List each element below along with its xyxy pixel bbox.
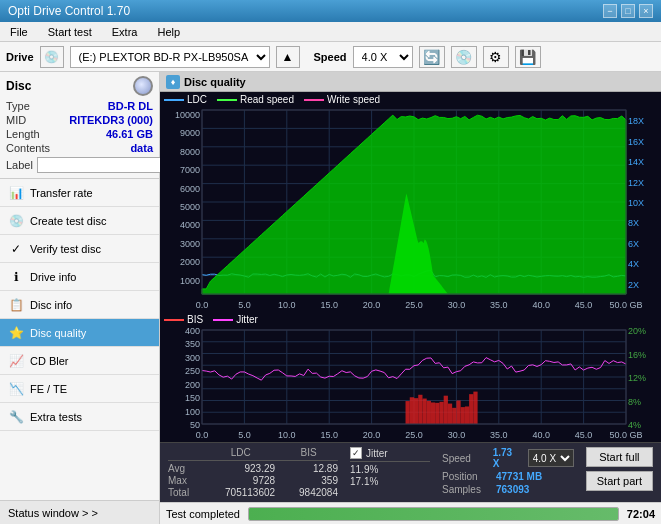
jitter-avg-val: 11.9% [350, 464, 430, 475]
disc-quality-icon: ⭐ [8, 325, 24, 341]
cd-bler-icon: 📈 [8, 353, 24, 369]
nav-verify-test-disc[interactable]: ✓ Verify test disc [0, 235, 159, 263]
upper-chart-legend: LDC Read speed Write speed [164, 94, 380, 105]
disc-icon [133, 76, 153, 96]
speed-row: Speed 1.73 X 4.0 X 2.0 X 6.0 X [442, 447, 574, 469]
ldc-bis-empty [168, 447, 202, 458]
speed-label: Speed [442, 453, 489, 464]
upper-chart-canvas [160, 92, 661, 312]
create-test-disc-icon: 💿 [8, 213, 24, 229]
save-button[interactable]: 💾 [515, 46, 541, 68]
nav-disc-info-label: Disc info [30, 299, 72, 311]
disc-header: Disc [6, 76, 153, 96]
total-ldc-val: 705113602 [206, 487, 275, 498]
nav-verify-test-disc-label: Verify test disc [30, 243, 101, 255]
menu-file[interactable]: File [4, 24, 34, 40]
status-window-button[interactable]: Status window > > [0, 500, 159, 524]
nav-drive-info-label: Drive info [30, 271, 76, 283]
speed-pos-section: Speed 1.73 X 4.0 X 2.0 X 6.0 X Position … [442, 447, 574, 495]
nav-transfer-rate[interactable]: 📊 Transfer rate [0, 179, 159, 207]
nav-cd-bler-label: CD Bler [30, 355, 69, 367]
disc-length-val: 46.61 GB [106, 128, 153, 140]
lower-chart: BIS Jitter [160, 312, 661, 442]
chart-title: Disc quality [184, 76, 246, 88]
cd-icon-button[interactable]: 💿 [451, 46, 477, 68]
jitter-label: Jitter [366, 448, 388, 459]
total-row-label: Total [168, 487, 202, 498]
lower-chart-legend: BIS Jitter [164, 314, 258, 325]
avg-row-label: Avg [168, 463, 202, 474]
nav-cd-bler[interactable]: 📈 CD Bler [0, 347, 159, 375]
charts-area: LDC Read speed Write speed [160, 92, 661, 442]
nav-fe-te[interactable]: 📉 FE / TE [0, 375, 159, 403]
legend-write-speed-color [304, 99, 324, 101]
extra-tests-icon: 🔧 [8, 409, 24, 425]
max-bis-val: 359 [279, 475, 338, 486]
legend-read-speed-label: Read speed [240, 94, 294, 105]
drive-select[interactable]: (E:) PLEXTOR BD-R PX-LB950SA 1.06 [70, 46, 270, 68]
samples-val: 763093 [496, 484, 529, 495]
legend-jitter-color [213, 319, 233, 321]
eject-button[interactable]: ▲ [276, 46, 300, 68]
content-area: ♦ Disc quality LDC Read speed [160, 72, 661, 524]
action-buttons: Start full Start part [586, 447, 653, 491]
title-bar: Opti Drive Control 1.70 − □ × [0, 0, 661, 22]
time-display: 72:04 [627, 508, 655, 520]
fe-te-icon: 📉 [8, 381, 24, 397]
nav-items: 📊 Transfer rate 💿 Create test disc ✓ Ver… [0, 179, 159, 431]
close-button[interactable]: × [639, 4, 653, 18]
progress-bar-container [248, 507, 619, 521]
app-title: Opti Drive Control 1.70 [8, 4, 130, 18]
drive-bar: Drive 💿 (E:) PLEXTOR BD-R PX-LB950SA 1.0… [0, 42, 661, 72]
progress-bar-fill [249, 508, 618, 520]
lower-chart-canvas [160, 312, 661, 442]
position-label: Position [442, 471, 492, 482]
jitter-max-val: 17.1% [350, 476, 430, 487]
jitter-checkbox[interactable]: ✓ [350, 447, 362, 459]
disc-mid-val: RITEKDR3 (000) [69, 114, 153, 126]
legend-write-speed-label: Write speed [327, 94, 380, 105]
samples-label: Samples [442, 484, 492, 495]
nav-disc-info[interactable]: 📋 Disc info [0, 291, 159, 319]
position-row: Position 47731 MB [442, 471, 574, 482]
upper-chart: LDC Read speed Write speed [160, 92, 661, 312]
drive-info-icon: ℹ [8, 269, 24, 285]
disc-info-icon: 📋 [8, 297, 24, 313]
sidebar: Disc Type BD-R DL MID RITEKDR3 (000) Len… [0, 72, 160, 524]
minimize-button[interactable]: − [603, 4, 617, 18]
menu-extra[interactable]: Extra [106, 24, 144, 40]
disc-label-row: Label 🔍 [6, 156, 153, 174]
disc-length-row: Length 46.61 GB [6, 128, 153, 140]
legend-write-speed: Write speed [304, 94, 380, 105]
maximize-button[interactable]: □ [621, 4, 635, 18]
menu-bar: File Start test Extra Help [0, 22, 661, 42]
status-text: Test completed [166, 508, 240, 520]
legend-jitter-label: Jitter [236, 314, 258, 325]
disc-type-label: Type [6, 100, 30, 112]
avg-bis-val: 12.89 [279, 463, 338, 474]
menu-help[interactable]: Help [151, 24, 186, 40]
disc-mid-row: MID RITEKDR3 (000) [6, 114, 153, 126]
start-full-button[interactable]: Start full [586, 447, 653, 467]
refresh-button[interactable]: 🔄 [419, 46, 445, 68]
nav-create-test-disc[interactable]: 💿 Create test disc [0, 207, 159, 235]
nav-transfer-rate-label: Transfer rate [30, 187, 93, 199]
legend-bis-color [164, 319, 184, 321]
disc-label-input[interactable] [37, 157, 170, 173]
start-part-button[interactable]: Start part [586, 471, 653, 491]
speed-select-dropdown[interactable]: 4.0 X 2.0 X 6.0 X [528, 449, 574, 467]
disc-contents-val: data [130, 142, 153, 154]
nav-drive-info[interactable]: ℹ Drive info [0, 263, 159, 291]
drive-icon[interactable]: 💿 [40, 46, 64, 68]
nav-create-test-disc-label: Create test disc [30, 215, 106, 227]
disc-contents-row: Contents data [6, 142, 153, 154]
max-row-label: Max [168, 475, 202, 486]
legend-ldc: LDC [164, 94, 207, 105]
nav-disc-quality[interactable]: ⭐ Disc quality [0, 319, 159, 347]
settings-button[interactable]: ⚙ [483, 46, 509, 68]
nav-extra-tests[interactable]: 🔧 Extra tests [0, 403, 159, 431]
menu-start-test[interactable]: Start test [42, 24, 98, 40]
chart-title-icon: ♦ [166, 75, 180, 89]
speed-select[interactable]: 4.0 X 2.0 X 6.0 X 8.0 X [353, 46, 413, 68]
legend-read-speed: Read speed [217, 94, 294, 105]
